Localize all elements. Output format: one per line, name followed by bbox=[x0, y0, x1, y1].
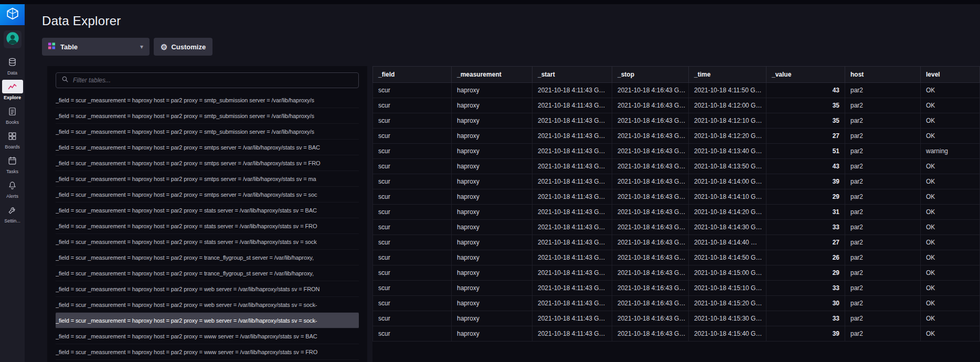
list-item[interactable]: _field = scur _measurement = haproxy hos… bbox=[56, 344, 359, 360]
cube-icon bbox=[6, 7, 19, 23]
list-item[interactable]: _field = scur _measurement = haproxy hos… bbox=[56, 265, 359, 281]
list-item[interactable]: _field = scur _measurement = haproxy hos… bbox=[56, 203, 359, 218]
sidebar-item-books[interactable]: Books bbox=[0, 103, 25, 127]
table-row: scurhaproxy2021-10-18 4:11:43 G…2021-10-… bbox=[373, 144, 980, 159]
wrench-icon bbox=[2, 203, 23, 217]
app-root: Data Explore Books bbox=[0, 0, 980, 362]
gear-icon: ⚙ bbox=[161, 43, 167, 51]
table-cell: 51 bbox=[766, 144, 845, 159]
table-cell: 2021-10-18 4:12:10 G… bbox=[689, 113, 766, 129]
list-item[interactable]: _field = scur _measurement = haproxy hos… bbox=[56, 250, 359, 265]
sidebar-item-alerts[interactable]: Alerts bbox=[0, 177, 25, 201]
influxdb-logo[interactable] bbox=[0, 4, 25, 25]
table-cell: 2021-10-18 4:15:10 G… bbox=[689, 281, 766, 296]
top-strip bbox=[0, 0, 980, 4]
table-cell: 31 bbox=[766, 205, 845, 220]
table-cell: par2 bbox=[845, 250, 921, 265]
table-cell: 43 bbox=[766, 159, 845, 174]
list-item[interactable]: _field = scur _measurement = haproxy hos… bbox=[56, 313, 359, 328]
table-cell: 2021-10-18 4:16:43 G… bbox=[612, 174, 689, 189]
column-header[interactable]: _start bbox=[532, 67, 612, 83]
table-cell: OK bbox=[921, 189, 980, 205]
filter-tables-input[interactable] bbox=[73, 77, 353, 84]
table-cell: 35 bbox=[766, 98, 845, 113]
table-cell: 2021-10-18 4:16:43 G… bbox=[612, 281, 689, 296]
sidebar-item-settings[interactable]: Settin... bbox=[0, 201, 25, 226]
table-cell: par2 bbox=[845, 129, 921, 144]
view-type-label: Table bbox=[60, 43, 134, 51]
table-cell: scur bbox=[373, 205, 452, 220]
table-cell: par2 bbox=[845, 220, 921, 235]
table-cell: 29 bbox=[766, 265, 845, 281]
table-cell: 30 bbox=[766, 296, 845, 311]
results-table: _field_measurement_start_stop_time_value… bbox=[372, 66, 980, 342]
table-cell: 2021-10-18 4:11:43 G… bbox=[532, 250, 612, 265]
table-cell: OK bbox=[921, 265, 980, 281]
table-cell: 2021-10-18 4:15:30 G… bbox=[689, 311, 766, 326]
table-cell: haproxy bbox=[452, 174, 532, 189]
customize-button[interactable]: ⚙ Customize bbox=[154, 38, 212, 56]
table-cell: haproxy bbox=[452, 265, 532, 281]
table-row: scurhaproxy2021-10-18 4:11:43 G…2021-10-… bbox=[373, 205, 980, 220]
table-cell: OK bbox=[921, 159, 980, 174]
list-item[interactable]: _field = scur _measurement = haproxy hos… bbox=[56, 108, 359, 124]
list-item[interactable]: _field = scur _measurement = haproxy hos… bbox=[56, 187, 359, 203]
column-header[interactable]: _time bbox=[689, 67, 766, 83]
table-cell: haproxy bbox=[452, 83, 532, 98]
column-header[interactable]: _measurement bbox=[452, 67, 532, 83]
table-row: scurhaproxy2021-10-18 4:11:43 G…2021-10-… bbox=[373, 113, 980, 129]
table-cell: par2 bbox=[845, 113, 921, 129]
table-cell: 43 bbox=[766, 83, 845, 98]
list-item[interactable]: _field = scur _measurement = haproxy hos… bbox=[56, 234, 359, 250]
sidebar-item-tasks[interactable]: Tasks bbox=[0, 152, 25, 176]
table-cell: haproxy bbox=[452, 235, 532, 250]
table-cell: haproxy bbox=[452, 250, 532, 265]
table-cell: haproxy bbox=[452, 98, 532, 113]
table-cell: haproxy bbox=[452, 281, 532, 296]
column-header[interactable]: level bbox=[921, 67, 980, 83]
table-cell: scur bbox=[373, 235, 452, 250]
table-row: scurhaproxy2021-10-18 4:11:43 G…2021-10-… bbox=[373, 311, 980, 326]
view-type-dropdown[interactable]: Table ▾ bbox=[42, 38, 150, 56]
table-cell: haproxy bbox=[452, 296, 532, 311]
table-cell: 2021-10-18 4:16:43 G… bbox=[612, 113, 689, 129]
table-cell: 2021-10-18 4:16:43 G… bbox=[612, 83, 689, 98]
table-cell: scur bbox=[373, 220, 452, 235]
table-cell: 2021-10-18 4:16:43 G… bbox=[612, 98, 689, 113]
sidebar-item-label: Explore bbox=[4, 95, 21, 100]
table-cell: 39 bbox=[766, 326, 845, 342]
sidebar-item-explore[interactable]: Explore bbox=[0, 78, 25, 102]
table-cell: OK bbox=[921, 129, 980, 144]
table-cell: 33 bbox=[766, 281, 845, 296]
list-item[interactable]: _field = scur _measurement = haproxy hos… bbox=[56, 140, 359, 155]
list-item[interactable]: _field = scur _measurement = haproxy hos… bbox=[56, 124, 359, 140]
table-cell: OK bbox=[921, 281, 980, 296]
table-cell: 2021-10-18 4:11:43 G… bbox=[532, 189, 612, 205]
table-row: scurhaproxy2021-10-18 4:11:43 G…2021-10-… bbox=[373, 220, 980, 235]
sidebar-item-data[interactable]: Data bbox=[0, 54, 25, 78]
list-item[interactable]: _field = scur _measurement = haproxy hos… bbox=[56, 155, 359, 171]
list-item[interactable]: _field = scur _measurement = haproxy hos… bbox=[56, 92, 359, 108]
column-header[interactable]: _stop bbox=[612, 67, 689, 83]
table-cell: OK bbox=[921, 83, 980, 98]
table-cell: 2021-10-18 4:14:30 G… bbox=[689, 220, 766, 235]
sidebar: Data Explore Books bbox=[0, 0, 25, 362]
table-cell: scur bbox=[373, 281, 452, 296]
list-item[interactable]: _field = scur _measurement = haproxy hos… bbox=[56, 281, 359, 297]
table-cell: scur bbox=[373, 189, 452, 205]
table-cell: haproxy bbox=[452, 189, 532, 205]
list-item[interactable]: _field = scur _measurement = haproxy hos… bbox=[56, 171, 359, 187]
table-cell: 2021-10-18 4:11:43 G… bbox=[532, 144, 612, 159]
table-cell: 2021-10-18 4:16:43 G… bbox=[612, 265, 689, 281]
list-item[interactable]: _field = scur _measurement = haproxy hos… bbox=[56, 328, 359, 344]
column-header[interactable]: host bbox=[845, 67, 921, 83]
table-cell: par2 bbox=[845, 205, 921, 220]
column-header[interactable]: _field bbox=[373, 67, 452, 83]
list-item[interactable]: _field = scur _measurement = haproxy hos… bbox=[56, 297, 359, 313]
filter-box bbox=[56, 72, 359, 88]
sidebar-item-boards[interactable]: Boards bbox=[0, 127, 25, 152]
search-icon bbox=[61, 76, 69, 85]
column-header[interactable]: _value bbox=[766, 67, 845, 83]
user-avatar[interactable] bbox=[4, 30, 22, 48]
list-item[interactable]: _field = scur _measurement = haproxy hos… bbox=[56, 218, 359, 234]
